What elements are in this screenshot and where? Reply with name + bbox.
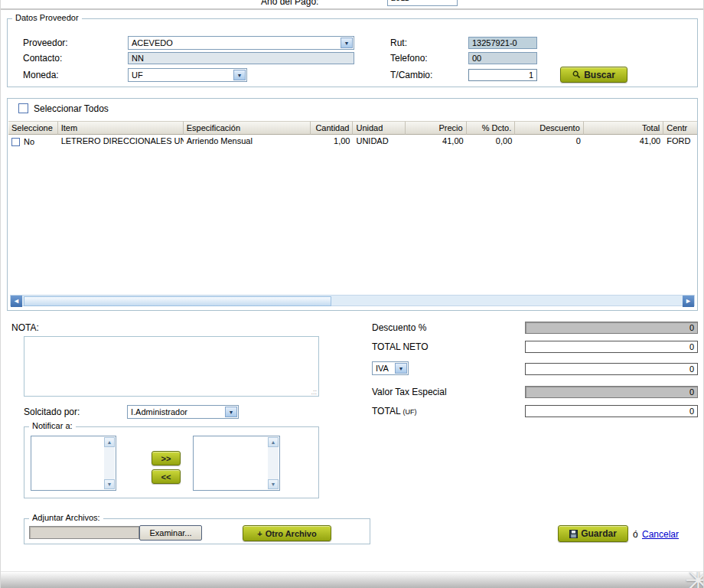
column-header-cantidad[interactable]: Cantidad [311, 121, 354, 135]
adjuntar-legend: Adjuntar Archivos: [29, 513, 103, 522]
solicitado-label: Solcitado por: [24, 407, 80, 417]
column-header-centro[interactable]: Centr [663, 121, 697, 135]
row-centro-cell: FORD [663, 135, 697, 149]
solicitado-select[interactable]: I.Administrador ▼ [127, 405, 239, 419]
rut-field: 13257921-0 [468, 37, 537, 49]
tcambio-label: T/Cambio: [390, 70, 432, 80]
column-header-descuento[interactable]: Descuento [515, 121, 584, 135]
move-right-button[interactable]: >> [152, 451, 181, 466]
solicitado-selected-value: I.Administrador [131, 407, 223, 416]
datos-proveedor-fieldset: Datos Proveedor Proveedor: ACEVEDO ▼ Rut… [7, 18, 698, 87]
select-all-checkbox[interactable] [18, 103, 28, 113]
guardar-button[interactable]: Guardar [558, 525, 628, 542]
total-unit-text: (UF) [403, 408, 416, 416]
cancelar-link[interactable]: Cancelar [642, 529, 679, 540]
row-unidad-cell: UNIDAD [353, 135, 406, 149]
listbox-scrollbar[interactable]: ▲ ▼ [268, 437, 279, 489]
search-icon [572, 70, 581, 79]
top-separator [1, 8, 704, 10]
nota-label: NOTA: [11, 322, 39, 333]
proveedor-selected-value: ACEVEDO [132, 38, 339, 47]
moneda-select[interactable]: UF ▼ [128, 68, 247, 82]
nota-textarea[interactable]: .:: [24, 336, 319, 397]
row-checkbox[interactable] [11, 138, 20, 146]
proveedor-label: Proveedor: [23, 38, 68, 48]
descuento-label: Descuento % [372, 322, 426, 333]
resize-grip-icon[interactable]: .:: [311, 389, 317, 395]
adjuntar-fieldset: Adjuntar Archivos: Examinar... + Otro Ar… [24, 518, 370, 544]
row-select-value: No [24, 137, 34, 146]
guardar-label: Guardar [581, 528, 617, 539]
column-header-dcto[interactable]: % Dcto. [467, 121, 516, 135]
otro-archivo-label: Otro Archivo [266, 529, 317, 538]
row-select-cell: No [8, 135, 58, 149]
datos-proveedor-legend: Datos Proveedor [12, 13, 82, 22]
descuento-field: 0 [525, 322, 698, 334]
moneda-selected-value: UF [132, 70, 232, 80]
tax-especial-label: Valor Tax Especial [372, 387, 447, 397]
otro-archivo-button[interactable]: + Otro Archivo [243, 525, 331, 541]
horizontal-scrollbar[interactable]: ◄ ► [10, 295, 695, 306]
row-total-cell: 41,00 [584, 135, 663, 149]
telefono-field: 00 [468, 52, 537, 64]
proveedor-select[interactable]: ACEVEDO ▼ [128, 36, 354, 50]
plus-icon: + [257, 529, 262, 538]
iva-field[interactable]: 0 [525, 363, 698, 375]
contacto-field: NN [128, 52, 354, 64]
chevron-down-icon[interactable]: ▼ [233, 70, 246, 80]
total-label-text: TOTAL [372, 406, 400, 416]
telefono-label: Telefono: [390, 53, 428, 64]
year-label: Año del Pago: [261, 0, 318, 7]
total-neto-label: TOTAL NETO [372, 341, 429, 352]
chevron-down-icon[interactable]: ▼ [225, 407, 237, 417]
row-cantidad-cell: 1,00 [311, 135, 354, 149]
year-field[interactable]: 2011 [387, 0, 458, 6]
conjunction-text: ó [633, 529, 638, 540]
listbox-scrollbar[interactable]: ▲ ▼ [104, 437, 115, 489]
total-neto-field[interactable]: 0 [525, 341, 698, 353]
notificar-legend: Notificar a: [29, 421, 76, 430]
column-header-unidad[interactable]: Unidad [353, 121, 406, 135]
row-precio-cell: 41,00 [406, 135, 467, 149]
chevron-down-icon[interactable]: ▼ [341, 38, 353, 48]
buscar-button[interactable]: Buscar [560, 67, 627, 83]
row-item-cell: LETRERO DIRECCIONALES UNA FL [58, 135, 184, 149]
column-header-item[interactable]: Item [58, 121, 184, 135]
iva-select[interactable]: IVA ▼ [372, 361, 409, 375]
file-path-input[interactable] [29, 526, 139, 539]
row-descuento-cell: 0 [515, 135, 584, 149]
top-bar-clipped: Año del Pago: 2011 [1, 0, 704, 8]
table-row: No LETRERO DIRECCIONALES UNA FL Arriendo… [8, 135, 697, 149]
scroll-left-arrow-icon[interactable]: ◄ [11, 296, 22, 307]
contacto-label: Contacto: [23, 53, 62, 64]
save-icon [569, 530, 578, 538]
status-bar: ✳ [1, 571, 704, 588]
column-header-especificacion[interactable]: Especificación [184, 121, 311, 135]
column-header-total[interactable]: Total [584, 121, 663, 135]
move-left-button[interactable]: << [152, 469, 181, 484]
select-all-label: Seleccionar Todos [34, 103, 109, 114]
total-field[interactable]: 0 [525, 405, 698, 417]
examinar-button[interactable]: Examinar... [139, 525, 202, 541]
scroll-up-arrow-icon[interactable]: ▲ [268, 437, 279, 447]
rut-label: Rut: [390, 38, 407, 48]
scroll-down-arrow-icon[interactable]: ▼ [268, 479, 279, 489]
column-header-precio[interactable]: Precio [406, 121, 467, 135]
notificar-target-listbox[interactable]: ▲ ▼ [193, 436, 280, 491]
scroll-up-arrow-icon[interactable]: ▲ [104, 437, 115, 447]
notificar-source-listbox[interactable]: ▲ ▼ [31, 436, 116, 491]
notificar-fieldset: Notificar a: ▲ ▼ >> << ▲ ▼ [24, 426, 319, 498]
tax-especial-field: 0 [525, 386, 698, 398]
scroll-right-arrow-icon[interactable]: ► [683, 296, 694, 307]
grid-header-row: Seleccione Item Especificación Cantidad … [8, 121, 697, 135]
scrollbar-thumb[interactable] [24, 296, 331, 306]
items-grid-fieldset: Seleccionar Todos Seleccione Item Especi… [7, 98, 698, 311]
buscar-label: Buscar [584, 70, 615, 80]
year-value: 2011 [391, 0, 442, 2]
chevron-down-icon[interactable]: ▼ [395, 363, 407, 374]
scroll-down-arrow-icon[interactable]: ▼ [104, 479, 115, 489]
tcambio-input[interactable]: 1 [468, 69, 537, 81]
column-header-seleccione[interactable]: Seleccione [8, 121, 58, 135]
row-dcto-cell: 0,00 [467, 135, 516, 149]
moneda-label: Moneda: [23, 70, 59, 80]
